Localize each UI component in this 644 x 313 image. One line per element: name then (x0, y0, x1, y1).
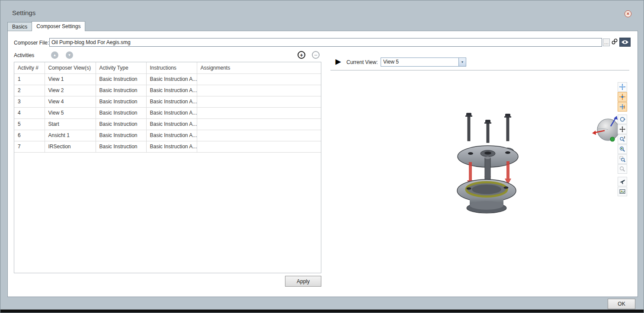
zoom-window-icon (619, 156, 625, 162)
zoom-arrows-icon (619, 136, 625, 142)
table-cell[interactable]: View 4 (45, 96, 96, 107)
page-title: Settings (12, 9, 35, 16)
table-row[interactable]: 5StartBasic InstructionBasic Instruction… (14, 118, 321, 130)
bolt-middle (484, 120, 491, 143)
current-view-dropdown[interactable]: View 5 ▼ (381, 57, 466, 67)
table-cell[interactable]: IRSection (45, 141, 96, 152)
table-row[interactable]: 7IRSectionBasic InstructionBasic Instruc… (14, 141, 321, 152)
table-cell[interactable]: 6 (14, 130, 45, 141)
table-cell[interactable] (197, 107, 321, 118)
table-cell[interactable]: Basic Instruction (96, 118, 146, 130)
view-tools-toolbar (618, 82, 628, 196)
table-cell[interactable]: Basic Instruction A... (146, 85, 197, 96)
apply-button[interactable]: Apply (285, 276, 321, 287)
table-cell[interactable]: Basic Instruction (96, 130, 146, 141)
crosshair-move-icon (619, 94, 625, 100)
bolt-right (504, 114, 511, 141)
move-activity-up-button[interactable]: ▲ (51, 51, 58, 59)
table-cell[interactable] (197, 118, 321, 130)
table-cell[interactable]: Ansicht 1 (45, 130, 96, 141)
photo-icon (619, 188, 625, 195)
zoom-button[interactable] (618, 134, 627, 144)
table-cell[interactable]: Start (45, 118, 96, 130)
table-cell[interactable]: Basic Instruction (96, 141, 146, 152)
column-header[interactable]: Instructions (146, 62, 197, 73)
arrow-up-icon: ▲ (53, 53, 57, 57)
table-cell[interactable]: 4 (14, 107, 45, 118)
play-button[interactable]: ▶ (333, 57, 343, 67)
table-cell[interactable]: Basic Instruction A... (146, 118, 197, 130)
browse-button[interactable]: … (603, 38, 610, 46)
zoom-selection-button[interactable] (618, 164, 627, 174)
table-cell[interactable] (197, 73, 321, 85)
tab-bar: Basics Composer Settings (7, 21, 85, 31)
column-header[interactable]: Activity Type (96, 62, 146, 73)
table-cell[interactable]: Basic Instruction A... (146, 73, 197, 85)
close-icon[interactable]: ✕ (625, 10, 631, 17)
table-row[interactable]: 4View 5Basic InstructionBasic Instructio… (14, 107, 321, 118)
column-header[interactable]: Activity # (14, 62, 45, 73)
orbit-button[interactable] (618, 115, 627, 124)
zoom-disabled-icon (619, 166, 625, 172)
remove-activity-button[interactable]: − (312, 51, 320, 59)
ok-button[interactable]: OK (608, 299, 635, 309)
tab-basics[interactable]: Basics (7, 22, 32, 31)
table-cell[interactable]: Basic Instruction A... (146, 141, 197, 152)
table-row[interactable]: 1View 1Basic InstructionBasic Instructio… (14, 73, 321, 85)
composer-settings-panel: Composer File: … Activities ▲ ▼ + − (7, 31, 638, 297)
table-cell[interactable]: Basic Instruction A... (146, 96, 197, 107)
add-activity-button[interactable]: + (298, 51, 305, 59)
activities-label: Activities (14, 52, 34, 58)
viewport-3d[interactable] (330, 73, 629, 291)
fly-through-button[interactable] (618, 177, 627, 186)
pan-button[interactable] (618, 125, 627, 134)
table-cell[interactable]: 3 (14, 96, 45, 107)
toolbar-gap (618, 112, 628, 114)
link-file-button[interactable] (611, 38, 618, 47)
table-cell[interactable]: Basic Instruction (96, 107, 146, 118)
table-row[interactable]: 2View 2Basic InstructionBasic Instructio… (14, 85, 321, 96)
table-cell[interactable]: Basic Instruction (96, 96, 146, 107)
table-cell[interactable]: Basic Instruction A... (146, 107, 197, 118)
table-cell[interactable]: 2 (14, 85, 45, 96)
zoom-window-button[interactable] (618, 154, 627, 164)
composer-file-label: Composer File: (14, 40, 49, 46)
eye-icon (621, 40, 629, 45)
pan-icon (619, 126, 625, 132)
column-header[interactable]: Composer View(s) (45, 62, 96, 73)
table-cell[interactable]: Basic Instruction A... (146, 130, 197, 141)
pump-base (467, 198, 506, 213)
activities-table: Activity #Composer View(s)Activity TypeI… (14, 62, 321, 273)
axis-y-green (610, 137, 615, 141)
zoom-in-button[interactable] (618, 144, 627, 154)
crosshair-rotate-icon (619, 104, 625, 110)
table-row[interactable]: 3View 4Basic InstructionBasic Instructio… (14, 96, 321, 107)
table-cell[interactable] (197, 141, 321, 152)
rotate-axis-button[interactable] (618, 102, 627, 112)
table-cell[interactable] (197, 130, 321, 141)
play-icon: ▶ (335, 57, 341, 66)
align-view-button[interactable] (618, 82, 627, 92)
composer-file-input[interactable] (49, 38, 602, 47)
table-cell[interactable]: View 1 (45, 73, 96, 85)
table-cell[interactable]: Basic Instruction (96, 73, 146, 85)
table-cell[interactable] (197, 96, 321, 107)
table-cell[interactable]: 7 (14, 141, 45, 152)
table-cell[interactable]: View 2 (45, 85, 96, 96)
preview-eye-button[interactable] (619, 38, 631, 47)
table-cell[interactable]: View 5 (45, 107, 96, 118)
toolbar-gap (618, 174, 628, 176)
move-activity-down-button[interactable]: ▼ (66, 51, 73, 59)
column-header[interactable]: Assignments (197, 62, 321, 73)
table-cell[interactable]: Basic Instruction (96, 85, 146, 96)
table-cell[interactable] (197, 85, 321, 96)
table-cell[interactable]: 1 (14, 73, 45, 85)
table-cell[interactable]: 5 (14, 118, 45, 130)
translate-axis-button[interactable] (618, 92, 627, 102)
tab-composer-settings[interactable]: Composer Settings (32, 21, 85, 31)
snapshot-button[interactable] (618, 187, 627, 196)
oil-pump-model (427, 111, 548, 219)
table-row[interactable]: 6Ansicht 1Basic InstructionBasic Instruc… (14, 130, 321, 141)
crosshair-dashed-icon (619, 84, 625, 90)
current-view-label: Current View: (346, 59, 378, 65)
